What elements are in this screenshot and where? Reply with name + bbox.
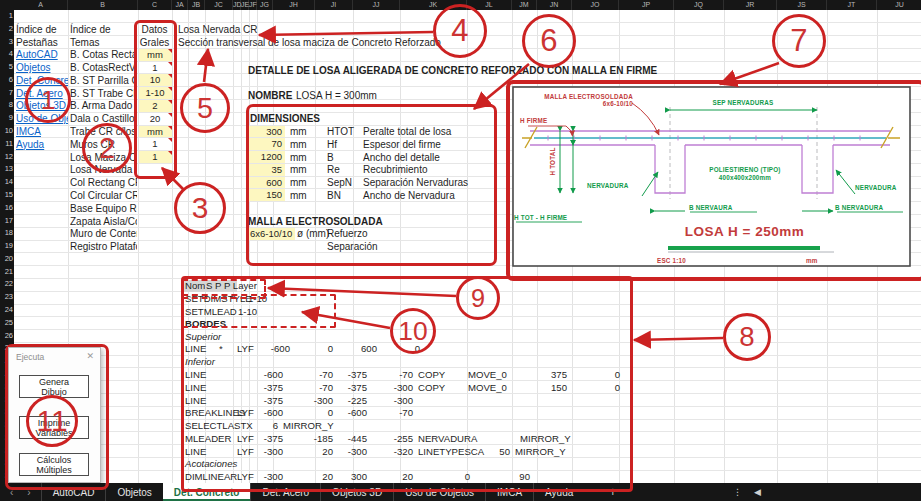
column-header-JQ[interactable]: JQ — [674, 0, 724, 10]
col-a-header: Pestañas — [16, 36, 58, 49]
callout-6: 6 — [522, 14, 576, 68]
datos-grales-cell[interactable]: 1 — [139, 62, 172, 74]
row-header-23[interactable]: 23 — [0, 291, 13, 304]
dimension-value-cell[interactable]: 35 — [248, 164, 285, 176]
datos-grales-cell[interactable]: 1 — [139, 151, 172, 163]
close-icon[interactable]: ✕ — [86, 351, 94, 361]
row-header-13[interactable]: 13 — [0, 163, 13, 176]
add-sheet-button[interactable]: + — [598, 483, 627, 501]
row-header-12[interactable]: 12 — [0, 151, 13, 164]
code-cell: -300 — [353, 381, 413, 394]
datos-grales-cell[interactable]: 1-10 — [139, 87, 172, 99]
sheet-tab-autocad[interactable]: AutoCAD — [41, 483, 106, 501]
sheet-nav-right-icon[interactable]: › — [27, 487, 30, 498]
column-header-B[interactable]: B — [68, 0, 138, 10]
sheet-tab-ayuda[interactable]: Ayuda — [533, 483, 584, 501]
overflow-icon[interactable]: ⋮ — [733, 487, 742, 497]
column-header-JH[interactable]: JH — [273, 0, 315, 10]
datos-grales-cell[interactable]: mm — [139, 49, 172, 61]
row-header-8[interactable]: 8 — [0, 99, 13, 112]
column-header-JM[interactable]: JM — [512, 0, 537, 10]
topic-item: B. ST Parrilla CR — [70, 74, 137, 87]
column-header-JA[interactable]: JA — [172, 0, 188, 10]
malla-value-cell[interactable]: 6x6-10/10 — [248, 228, 295, 240]
topic-item: Col Rectang CR — [70, 176, 137, 189]
row-header-3[interactable]: 3 — [0, 36, 13, 49]
calculos-multiples-button[interactable]: Cálculos Múltiples — [19, 453, 89, 476]
row-header-18[interactable]: 18 — [0, 227, 13, 240]
sidebar-link-imca[interactable]: IMCA — [16, 125, 68, 138]
column-header-JB[interactable]: JB — [188, 0, 205, 10]
row-header-19[interactable]: 19 — [0, 240, 13, 253]
sheet-nav-left-icon[interactable]: ‹ — [10, 487, 13, 498]
row-header-5[interactable]: 5 — [0, 61, 13, 74]
dimension-unit: mm — [290, 138, 307, 151]
column-header-C[interactable]: C — [138, 0, 172, 10]
row-header-24[interactable]: 24 — [0, 304, 13, 317]
row-header-2[interactable]: 2 — [0, 23, 13, 36]
column-header-JU[interactable]: JU — [877, 0, 921, 10]
column-header-JO[interactable]: JO — [572, 0, 619, 10]
datos-grales-cell[interactable]: 1 — [139, 138, 172, 150]
datos-grales-cell[interactable]: mm — [139, 126, 172, 138]
sidebar-link-ayuda[interactable]: Ayuda — [16, 138, 68, 151]
dimension-symbol: SepN — [327, 176, 352, 189]
dimension-value-cell[interactable]: 600 — [248, 177, 285, 189]
datos-grales-cell[interactable]: 20 — [139, 113, 172, 125]
dimension-value-cell[interactable]: 70 — [248, 138, 285, 150]
sheet-tab-objetos-3d[interactable]: Objetos 3D — [320, 483, 393, 501]
datos-grales-cell[interactable]: 2 — [139, 100, 172, 112]
row-header-1[interactable]: 1 — [0, 10, 13, 23]
sheet-tab-det-concreto[interactable]: Det. Concreto — [163, 483, 251, 501]
code-cell: 6 — [218, 419, 278, 432]
column-header-JP[interactable]: JP — [619, 0, 674, 10]
scroll-left-icon[interactable]: ◀ — [754, 487, 761, 497]
column-header-JS[interactable]: JS — [777, 0, 827, 10]
row-header-25[interactable]: 25 — [0, 317, 13, 330]
sidebar-link-objetos[interactable]: Objetos — [16, 61, 68, 74]
column-header-JJ[interactable]: JJ — [353, 0, 400, 10]
sheet-tab-objetos[interactable]: Objetos — [105, 483, 162, 501]
arrow-8 — [634, 338, 723, 340]
column-header-JR[interactable]: JR — [724, 0, 777, 10]
row-header-7[interactable]: 7 — [0, 87, 13, 100]
dialog-title: Ejecuta — [16, 352, 44, 362]
row-header-21[interactable]: 21 — [0, 266, 13, 279]
sheet-tab-imca[interactable]: IMCA — [485, 483, 533, 501]
dimension-value-cell[interactable]: 150 — [248, 189, 285, 201]
column-header-JE[interactable]: JE — [241, 0, 249, 10]
row-header-14[interactable]: 14 — [0, 176, 13, 189]
row-header-11[interactable]: 11 — [0, 138, 13, 151]
column-header-JI[interactable]: JI — [315, 0, 353, 10]
column-header-JT[interactable]: JT — [827, 0, 877, 10]
sidebar-link-autocad[interactable]: AutoCAD — [16, 48, 68, 61]
topic-item: B. CotasRectVers — [70, 61, 137, 74]
sheet-tab-det-acero[interactable]: Det. Acero — [250, 483, 320, 501]
code-cell: LINE — [185, 381, 206, 394]
gridline-v — [172, 10, 173, 483]
setmleader-name: SETMLEADERST — [185, 305, 237, 318]
column-header-A[interactable]: A — [14, 0, 68, 10]
row-header-20[interactable]: 20 — [0, 253, 13, 266]
code-cell: 50 — [450, 445, 510, 458]
code-cell: -255 — [353, 432, 413, 445]
column-header-JF[interactable]: JF — [249, 0, 257, 10]
row-header-16[interactable]: 16 — [0, 202, 13, 215]
column-header-JD[interactable]: JD — [233, 0, 241, 10]
row-header-6[interactable]: 6 — [0, 74, 13, 87]
dimension-value-cell[interactable]: 300 — [248, 126, 285, 138]
column-header-JC[interactable]: JC — [205, 0, 233, 10]
row-header-15[interactable]: 15 — [0, 189, 13, 202]
row-header-4[interactable]: 4 — [0, 48, 13, 61]
row-header-17[interactable]: 17 — [0, 215, 13, 228]
datos-grales-cell[interactable]: 10 — [139, 74, 172, 86]
dimension-symbol: B — [327, 151, 334, 164]
row-header-22[interactable]: 22 — [0, 278, 13, 291]
row-header-9[interactable]: 9 — [0, 112, 13, 125]
column-header-JN[interactable]: JN — [537, 0, 572, 10]
sheet-tab-uso-de-objetos[interactable]: Uso de Objetos — [393, 483, 485, 501]
row-header-10[interactable]: 10 — [0, 125, 13, 138]
column-header-JG[interactable]: JG — [257, 0, 273, 10]
row-header-26[interactable]: 26 — [0, 330, 13, 343]
dimension-value-cell[interactable]: 1200 — [248, 151, 285, 163]
